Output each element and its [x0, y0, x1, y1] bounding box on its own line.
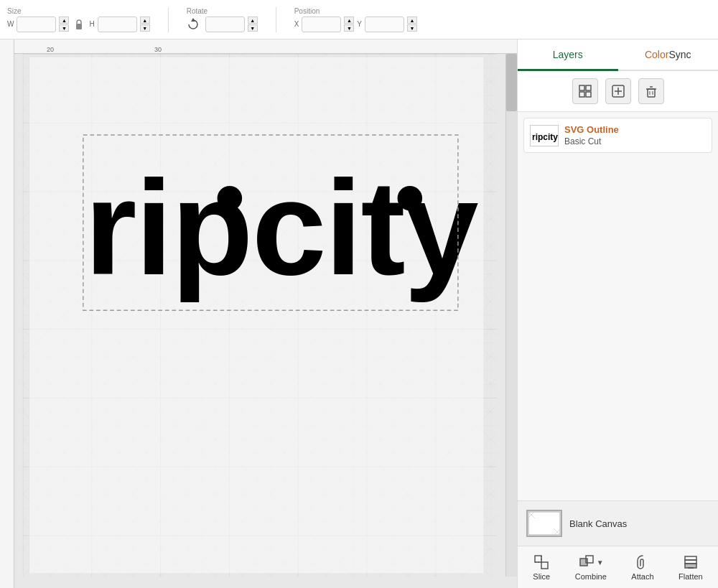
- attach-button[interactable]: Attach: [627, 551, 658, 584]
- height-stepper[interactable]: ▲ ▼: [140, 17, 150, 32]
- y-input[interactable]: [365, 17, 404, 32]
- blank-canvas-label: Blank Canvas: [569, 518, 627, 529]
- y-label: Y: [357, 20, 362, 28]
- layer-info-0: SVG Outline Basic Cut: [564, 124, 619, 146]
- width-stepper[interactable]: ▲ ▼: [59, 17, 69, 32]
- right-panel: Layers Color Sync: [517, 39, 718, 588]
- combine-icon-row: ▼: [578, 554, 604, 571]
- svg-text:ripcity: ripcity: [532, 132, 558, 142]
- colorsync-label-part: Sync: [668, 49, 691, 60]
- position-input-row: X ▲ ▼ Y ▲ ▼: [294, 17, 417, 32]
- vertical-scrollbar[interactable]: [505, 54, 517, 577]
- panel-toolbar: [518, 71, 718, 112]
- ruler-left: [0, 39, 14, 588]
- flatten-icon: [682, 554, 699, 571]
- svg-rect-14: [586, 85, 591, 90]
- canvas-scroll: ripcity: [14, 54, 505, 577]
- svg-marker-1: [191, 18, 195, 22]
- y-stepper[interactable]: ▲ ▼: [407, 17, 417, 32]
- width-input[interactable]: [17, 17, 56, 32]
- svg-rect-31: [535, 556, 541, 562]
- ruler-top: 20 30: [0, 39, 517, 54]
- h-label: H: [89, 20, 94, 28]
- tab-colorsync[interactable]: Color Sync: [618, 39, 719, 71]
- layer-item-0[interactable]: ripcity SVG Outline Basic Cut: [523, 118, 712, 153]
- flatten-button[interactable]: Flatten: [674, 551, 707, 584]
- ruler-mark-20: 20: [47, 46, 54, 53]
- x-up[interactable]: ▲: [344, 17, 354, 24]
- svg-rect-0: [76, 24, 82, 29]
- layer-type-0: Basic Cut: [564, 136, 619, 146]
- svg-rect-26: [528, 512, 560, 535]
- x-down[interactable]: ▼: [344, 24, 354, 32]
- size-group: Size W ▲ ▼ H ▲ ▼: [7, 7, 150, 32]
- width-up[interactable]: ▲: [59, 17, 69, 24]
- slice-button[interactable]: Slice: [528, 551, 554, 584]
- svg-point-10: [218, 186, 242, 210]
- size-input-row: W ▲ ▼ H ▲ ▼: [7, 17, 150, 32]
- slice-icon: [533, 554, 550, 571]
- combine-dropdown-arrow: ▼: [597, 559, 604, 566]
- ruler-mark-30: 30: [154, 46, 162, 53]
- group-button[interactable]: [572, 78, 598, 104]
- height-input[interactable]: [98, 17, 137, 32]
- layer-name-0: SVG Outline: [564, 124, 619, 135]
- svg-rect-20: [648, 89, 655, 97]
- add-layer-button[interactable]: [605, 78, 631, 104]
- y-up[interactable]: ▲: [407, 17, 417, 24]
- combine-button[interactable]: ▼ Combine: [571, 551, 611, 584]
- x-stepper[interactable]: ▲ ▼: [344, 17, 354, 32]
- lock-icon[interactable]: [72, 19, 86, 30]
- attach-label: Attach: [631, 572, 653, 581]
- rotate-label: Rotate: [187, 7, 208, 15]
- combine-icon: [578, 554, 595, 571]
- separator-1: [168, 7, 169, 32]
- attach-icon: [634, 554, 651, 571]
- layers-list: ripcity SVG Outline Basic Cut: [518, 112, 718, 500]
- rotate-group: Rotate ▲ ▼: [187, 7, 258, 32]
- svg-text:ripcity: ripcity: [85, 153, 478, 303]
- svg-rect-15: [579, 92, 584, 97]
- size-label: Size: [7, 7, 21, 15]
- x-input[interactable]: [302, 17, 341, 32]
- canvas-svg: ripcity: [14, 54, 505, 577]
- svg-rect-13: [579, 85, 584, 90]
- blank-canvas-row[interactable]: Blank Canvas: [523, 507, 712, 540]
- flatten-label: Flatten: [679, 572, 703, 581]
- rotate-down[interactable]: ▼: [248, 24, 258, 32]
- svg-rect-16: [586, 92, 591, 97]
- rotate-stepper[interactable]: ▲ ▼: [248, 17, 258, 32]
- ripcity-logo: ripcity: [85, 153, 478, 303]
- slice-label: Slice: [533, 572, 550, 581]
- rotate-icon: [187, 18, 200, 31]
- width-down[interactable]: ▼: [59, 24, 69, 32]
- bottom-canvas-panel: Blank Canvas: [518, 500, 718, 546]
- tab-layers[interactable]: Layers: [518, 39, 618, 71]
- rotate-input[interactable]: [205, 17, 245, 32]
- scrollbar-thumb[interactable]: [506, 54, 517, 111]
- rotate-up[interactable]: ▲: [248, 17, 258, 24]
- main-toolbar: Size W ▲ ▼ H ▲ ▼ Rotate: [0, 0, 718, 39]
- canvas-area[interactable]: 20 30: [0, 39, 517, 588]
- x-label: X: [294, 20, 299, 28]
- svg-rect-39: [685, 556, 696, 560]
- layers-tab-label: Layers: [553, 49, 583, 60]
- main-area: 20 30: [0, 39, 718, 588]
- position-group: Position X ▲ ▼ Y ▲ ▼: [294, 7, 417, 32]
- y-down[interactable]: ▼: [407, 24, 417, 32]
- separator-2: [276, 7, 276, 32]
- w-label: W: [7, 20, 14, 28]
- position-label: Position: [294, 7, 320, 15]
- bottom-action-bar: Slice ▼ Combine: [518, 546, 718, 588]
- delete-layer-button[interactable]: [638, 78, 664, 104]
- layer-thumbnail-0: ripcity: [530, 125, 559, 146]
- rotate-input-row: ▲ ▼: [187, 17, 258, 32]
- colorsync-color-part: Color: [645, 49, 668, 60]
- height-down[interactable]: ▼: [140, 24, 150, 32]
- blank-canvas-thumbnail: [526, 510, 562, 537]
- height-up[interactable]: ▲: [140, 17, 150, 24]
- panel-tabs: Layers Color Sync: [518, 39, 718, 71]
- svg-point-11: [398, 186, 422, 210]
- svg-rect-32: [541, 562, 548, 569]
- combine-label: Combine: [575, 572, 607, 581]
